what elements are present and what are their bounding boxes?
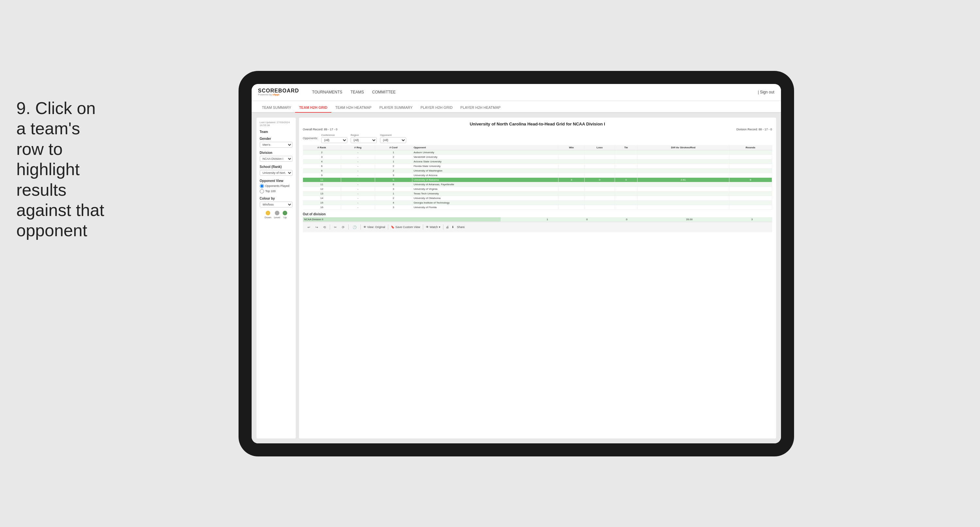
radio-top-100[interactable]: Top 100	[260, 189, 293, 193]
nav-tournaments[interactable]: TOURNAMENTS	[312, 89, 342, 96]
watch-icon: 👁	[426, 225, 429, 229]
tab-team-h2h-grid[interactable]: TEAM H2H GRID	[295, 103, 331, 113]
print-btn[interactable]: 🖨	[446, 225, 449, 229]
tab-team-summary[interactable]: TEAM SUMMARY	[258, 103, 295, 113]
table-row[interactable]: 3-2Vanderbilt University	[303, 154, 772, 159]
share-btn[interactable]: Share	[457, 225, 465, 229]
col-rank: # Rank	[303, 145, 341, 150]
instruction-text: 9. Click on a team's row to highlight re…	[16, 98, 108, 241]
region-filter: Region (All)	[351, 134, 377, 143]
opponents-label: Opponents:	[303, 137, 318, 140]
table-row[interactable]: 2-1Auburn University	[303, 150, 772, 154]
school-field: School (Rank) University of Nort...	[260, 165, 293, 176]
redo-btn[interactable]: ↪	[314, 225, 319, 230]
table-row[interactable]: 8-2University of Washington	[303, 168, 772, 173]
radio-opponents-played[interactable]: Opponents Played	[260, 184, 293, 188]
divider-2	[348, 224, 349, 230]
table-row[interactable]: 9-3University of Arizona	[303, 173, 772, 177]
col-reg: # Reg	[341, 145, 375, 150]
left-panel: Last Updated: 27/03/2024 16:55:38 Team G…	[256, 118, 296, 438]
save-custom-btn[interactable]: 🔖 Save Custom View	[391, 225, 420, 229]
out-div-tie: 0	[607, 217, 646, 222]
h2h-table: # Rank # Reg # Conf Opponent Win Loss Ti…	[303, 145, 772, 210]
sign-out-link[interactable]: | Sign out	[758, 90, 775, 94]
divider-3	[360, 224, 361, 230]
opponent-view-field: Opponent View Opponents Played Top 100	[260, 179, 293, 193]
main-content: Last Updated: 27/03/2024 16:55:38 Team G…	[251, 113, 781, 443]
colour-by-label: Colour by	[260, 197, 293, 200]
out-div-diff: 26.00	[646, 217, 732, 222]
col-rounds: Rounds	[729, 145, 772, 150]
nav-teams[interactable]: TEAMS	[351, 89, 364, 96]
logo-scoreboard: SCOREBOARD	[258, 88, 299, 94]
level-dot	[275, 211, 279, 215]
tab-player-h2h-grid[interactable]: PLAYER H2H GRID	[417, 103, 457, 113]
col-tie: Tie	[615, 145, 638, 150]
conference-select[interactable]: (All)	[321, 137, 347, 143]
table-row[interactable]: 13-1Texas Tech University	[303, 191, 772, 196]
colour-by-select[interactable]: Win/loss	[260, 202, 293, 207]
legend-level: Level	[274, 211, 280, 219]
out-of-division-table: NCAA Division II 1 0 0 26.00 3	[303, 217, 772, 222]
tablet-screen: SCOREBOARD Powered by clippi TOURNAMENTS…	[251, 84, 781, 443]
gender-select[interactable]: Men's	[260, 142, 293, 148]
view-original-btn[interactable]: 👁 View: Original	[363, 225, 385, 229]
download-btn[interactable]: ⬇	[452, 225, 454, 229]
tab-player-h2h-heatmap[interactable]: PLAYER H2H HEATMAP	[457, 103, 504, 113]
down-dot	[266, 211, 270, 215]
col-diff: Diff Av Strokes/Rnd	[637, 145, 729, 150]
up-dot	[283, 211, 287, 215]
table-row[interactable]: 11-6University of Arkansas, Fayetteville	[303, 182, 772, 186]
undo-btn[interactable]: ↩	[306, 225, 312, 230]
table-row[interactable]: 6-2Florida State University	[303, 164, 772, 168]
col-loss: Loss	[584, 145, 615, 150]
top-nav: SCOREBOARD Powered by clippi TOURNAMENTS…	[251, 84, 781, 101]
watch-btn[interactable]: 👁 Watch ▾	[426, 225, 441, 229]
records-row: Overall Record: 89 - 17 - 0 Division Rec…	[303, 128, 772, 131]
region-filter-label: Region	[351, 134, 377, 137]
opponent-filter-label: Opponent	[380, 134, 406, 137]
watch-chevron-icon: ▾	[439, 225, 441, 229]
gender-label: Gender	[260, 137, 293, 140]
team-field: Team	[260, 130, 293, 134]
region-select[interactable]: (All)	[351, 137, 377, 143]
table-row[interactable]: 12-3University of Virginia	[303, 186, 772, 191]
col-opponent: Opponent	[412, 145, 558, 150]
table-row[interactable]: 4-1Arizona State University	[303, 159, 772, 164]
opponent-view-options: Opponents Played Top 100	[260, 184, 293, 193]
tab-player-summary[interactable]: PLAYER SUMMARY	[375, 103, 417, 113]
table-title: University of North Carolina Head-to-Hea…	[303, 121, 772, 126]
out-div-empty	[501, 217, 527, 222]
clock-btn[interactable]: 🕐	[351, 225, 358, 230]
out-of-division-row[interactable]: NCAA Division II 1 0 0 26.00 3	[303, 217, 772, 222]
table-row[interactable]: 14-2University of Oklahoma	[303, 196, 772, 200]
school-select[interactable]: University of Nort...	[260, 170, 293, 176]
legend-down: Down	[265, 211, 271, 219]
out-of-division-header: Out of division	[303, 212, 772, 216]
out-div-rounds: 3	[732, 217, 772, 222]
division-label: Division	[260, 151, 293, 154]
out-div-win: 1	[527, 217, 567, 222]
col-conf: # Conf	[375, 145, 412, 150]
tablet-frame: SCOREBOARD Powered by clippi TOURNAMENTS…	[239, 71, 794, 457]
back-btn[interactable]: ⟲	[322, 225, 327, 230]
logo-powered: Powered by clippi	[258, 94, 299, 96]
division-select[interactable]: NCAA Division I	[260, 156, 293, 162]
opponent-select[interactable]: (All)	[380, 137, 406, 143]
tab-team-h2h-heatmap[interactable]: TEAM H2H HEATMAP	[331, 103, 375, 113]
scissors-btn[interactable]: ✂	[332, 225, 338, 230]
nav-committee[interactable]: COMMITTEE	[372, 89, 396, 96]
table-row[interactable]: 15-4Georgia Institute of Technology	[303, 200, 772, 205]
legend-up: Up	[283, 211, 287, 219]
division-record: Division Record: 88 - 17 - 0	[736, 128, 772, 131]
refresh-btn[interactable]: ⟳	[340, 225, 346, 230]
opponent-filter: Opponent (All)	[380, 134, 406, 143]
out-div-name: NCAA Division II	[303, 217, 501, 222]
colour-by-field: Colour by Win/loss	[260, 197, 293, 207]
table-row[interactable]: 11-5University of Alabama3002.618	[303, 177, 772, 182]
table-row[interactable]: 16-3University of Florida	[303, 205, 772, 209]
filters-row: Opponents: Conference (All) Region (All)	[303, 134, 772, 143]
legend: Down Level Up	[260, 211, 293, 219]
col-win: Win	[558, 145, 584, 150]
bottom-toolbar: ↩ ↪ ⟲ ✂ ⟳ 🕐 👁 View: Original 🔖	[303, 222, 772, 232]
